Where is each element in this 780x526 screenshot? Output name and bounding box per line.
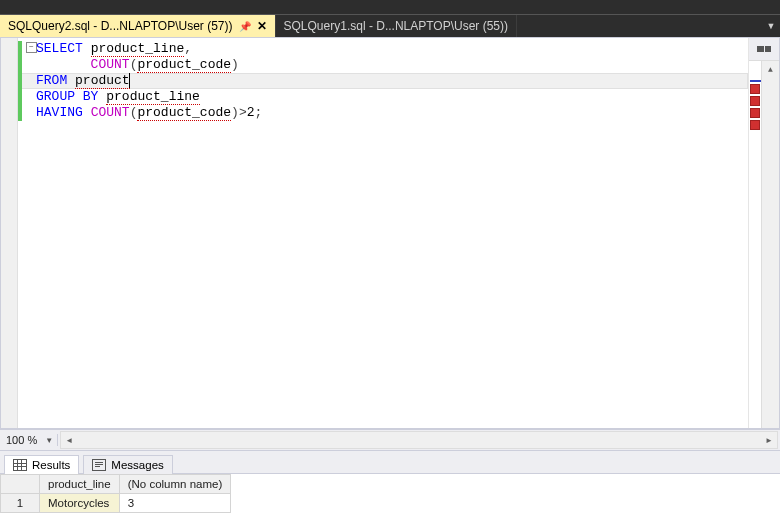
scroll-up-icon[interactable]: ▲ [762, 61, 779, 77]
code-line-2[interactable]: COUNT(product_code) [18, 57, 748, 73]
fn-count: COUNT [91, 105, 130, 120]
results-grid[interactable]: product_line (No column name) 1 Motorcyc… [0, 474, 780, 526]
kw-having: HAVING [36, 105, 83, 120]
chevron-down-icon: ▼ [45, 436, 53, 445]
code-line-5[interactable]: HAVING COUNT(product_code)>2; [18, 105, 748, 121]
results-tab-bar: Results Messages [0, 451, 780, 474]
punct: ) [231, 105, 239, 120]
close-icon[interactable]: ✕ [257, 19, 267, 33]
split-button[interactable] [749, 38, 779, 61]
tab-messages[interactable]: Messages [83, 455, 172, 474]
tab-label: SQLQuery1.sql - D...NLAPTOP\User (55)) [284, 19, 509, 33]
ident: product_code [137, 57, 231, 73]
horizontal-scrollbar[interactable]: ◄ ► [60, 431, 778, 449]
table-row[interactable]: 1 Motorcycles 3 [1, 494, 231, 513]
toolbar-strip [0, 0, 780, 15]
change-indicator [18, 41, 22, 121]
cell[interactable]: Motorcycles [40, 494, 120, 513]
code-line-3[interactable]: FROM product [18, 73, 748, 89]
tab-label: SQLQuery2.sql - D...NLAPTOP\User (57)) [8, 19, 233, 33]
scroll-right-icon[interactable]: ► [761, 436, 777, 445]
messages-icon [92, 459, 106, 471]
sql-editor: − SELECT product_line, COUNT(product_cod… [0, 37, 780, 429]
tab-sqlquery1[interactable]: SQLQuery1.sql - D...NLAPTOP\User (55)) [276, 15, 518, 37]
code-area[interactable]: − SELECT product_line, COUNT(product_cod… [18, 38, 748, 428]
op: > [239, 105, 247, 120]
split-icon [757, 46, 771, 52]
editor-margin [1, 38, 18, 428]
punct: ) [231, 57, 239, 72]
row-index[interactable]: 1 [1, 494, 40, 513]
error-marker [750, 96, 760, 106]
ident: product [75, 73, 130, 89]
zoom-value: 100 % [6, 434, 37, 446]
tab-label: Results [32, 459, 70, 471]
code-line-1[interactable]: SELECT product_line, [18, 41, 748, 57]
tab-label: Messages [111, 459, 163, 471]
punct: ; [255, 105, 263, 120]
grid-icon [13, 459, 27, 471]
kw-groupby: GROUP BY [36, 89, 98, 104]
results-pane: Results Messages product_line (No column… [0, 450, 780, 526]
table-header-row: product_line (No column name) [1, 475, 231, 494]
results-table: product_line (No column name) 1 Motorcyc… [0, 474, 231, 513]
fn-count: COUNT [91, 57, 130, 72]
ident: product_code [137, 105, 231, 121]
kw-from: FROM [36, 73, 67, 88]
kw-select: SELECT [36, 41, 83, 56]
editor-footer: 100 % ▼ ◄ ► [0, 429, 780, 450]
error-marker [750, 84, 760, 94]
tab-sqlquery2[interactable]: SQLQuery2.sql - D...NLAPTOP\User (57)) 📌… [0, 15, 276, 37]
scroll-left-icon[interactable]: ◄ [61, 436, 77, 445]
num: 2 [247, 105, 255, 120]
document-tab-bar: SQLQuery2.sql - D...NLAPTOP\User (57)) 📌… [0, 15, 780, 37]
error-marker [750, 120, 760, 130]
col-header-0[interactable]: product_line [40, 475, 120, 494]
overview-ruler [750, 80, 761, 130]
error-marker [750, 108, 760, 118]
row-header-blank [1, 475, 40, 494]
ident: product_line [106, 89, 200, 105]
pin-icon[interactable]: 📌 [239, 21, 251, 32]
col-header-1[interactable]: (No column name) [119, 475, 231, 494]
ident: product_line [91, 41, 185, 57]
app-root: SQLQuery2.sql - D...NLAPTOP\User (57)) 📌… [0, 0, 780, 526]
code-line-4[interactable]: GROUP BY product_line [18, 89, 748, 105]
zoom-select[interactable]: 100 % ▼ [0, 434, 58, 446]
cell[interactable]: 3 [119, 494, 231, 513]
collapse-toggle-icon[interactable]: − [26, 42, 37, 53]
vertical-scrollbar[interactable]: ▲ [761, 61, 779, 428]
tab-overflow-dropdown[interactable]: ▼ [762, 15, 780, 37]
punct: , [184, 41, 192, 56]
tab-results[interactable]: Results [4, 455, 79, 474]
